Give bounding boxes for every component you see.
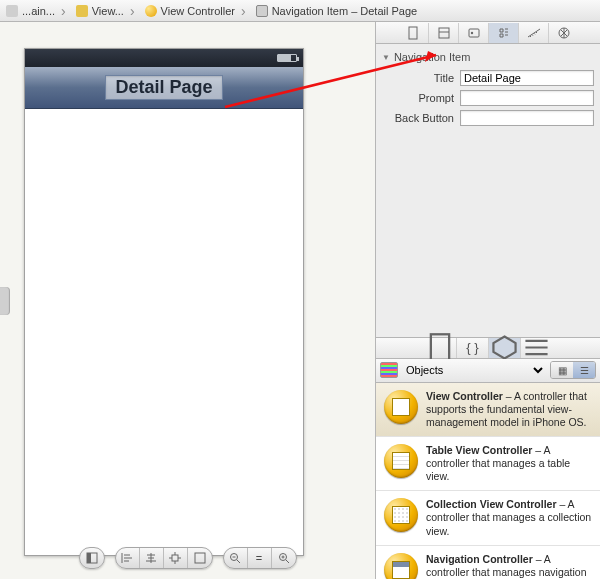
utilities-panel: Navigation Item Title Prompt Back Button… xyxy=(376,22,600,579)
zoom-in-button[interactable] xyxy=(272,548,296,568)
quick-help-tab[interactable] xyxy=(428,23,458,43)
resolve-issues-button[interactable] xyxy=(188,548,212,568)
svg-rect-1 xyxy=(87,553,91,563)
object-library-tab[interactable] xyxy=(488,338,520,358)
svg-rect-11 xyxy=(431,334,449,361)
breadcrumb-seg-vc[interactable]: View Controller xyxy=(139,0,250,21)
library-list-view-button[interactable]: ☰ xyxy=(573,362,595,378)
breadcrumb-label: View... xyxy=(92,5,124,17)
library-item-navigation-controller[interactable]: Navigation Controller – A controller tha… xyxy=(376,546,600,579)
zoom-out-button[interactable] xyxy=(224,548,248,568)
attributes-inspector-tab[interactable] xyxy=(488,23,518,43)
library-filter-select[interactable]: Objects xyxy=(402,363,546,377)
connections-inspector-tab[interactable] xyxy=(548,23,578,43)
status-bar xyxy=(25,49,303,67)
breadcrumb-seg-storyboard[interactable]: ...ain... xyxy=(0,0,70,21)
pin-button[interactable] xyxy=(164,548,188,568)
library-palette-icon xyxy=(380,362,398,378)
svg-rect-7 xyxy=(439,28,449,38)
canvas-toolbar: = xyxy=(79,547,297,569)
library-item-title: View Controller xyxy=(426,390,503,402)
library-item-title: Navigation Controller xyxy=(426,553,533,565)
battery-icon xyxy=(277,54,297,62)
breadcrumb-label: Navigation Item – Detail Page xyxy=(272,5,418,17)
library-filter-bar: Objects ▦ ☰ xyxy=(376,359,600,383)
svg-rect-8 xyxy=(469,29,479,37)
object-library-list[interactable]: View Controller – A controller that supp… xyxy=(376,383,600,580)
svg-rect-2 xyxy=(172,555,178,561)
navitem-icon xyxy=(256,5,268,17)
svg-rect-3 xyxy=(195,553,205,563)
file-inspector-tab[interactable] xyxy=(398,23,428,43)
breadcrumb-label: View Controller xyxy=(161,5,235,17)
view-controller-icon xyxy=(384,390,418,424)
code-snippet-library-tab[interactable]: { } xyxy=(456,338,488,358)
table-view-controller-icon xyxy=(384,444,418,478)
breadcrumb-label: ...ain... xyxy=(22,5,55,17)
storyboard-icon xyxy=(6,5,18,17)
breadcrumb-seg-scene[interactable]: View... xyxy=(70,0,139,21)
toggle-outline-button[interactable] xyxy=(80,548,104,568)
title-field[interactable] xyxy=(460,70,594,86)
scene-icon xyxy=(76,5,88,17)
size-inspector-tab[interactable] xyxy=(518,23,548,43)
align-center-button[interactable] xyxy=(140,548,164,568)
section-header-navigation-item[interactable]: Navigation Item xyxy=(376,48,600,66)
library-item-title: Table View Controller xyxy=(426,444,532,456)
library-grid-view-button[interactable]: ▦ xyxy=(551,362,573,378)
identity-inspector-tab[interactable] xyxy=(458,23,488,43)
title-label: Title xyxy=(382,72,454,84)
simulated-scene[interactable] xyxy=(24,48,304,556)
inspector-tab-bar xyxy=(376,22,600,44)
navigation-controller-icon xyxy=(384,553,418,579)
breadcrumb-seg-navitem[interactable]: Navigation Item – Detail Page xyxy=(250,0,428,21)
document-outline-toggle[interactable] xyxy=(0,287,10,315)
ib-canvas[interactable]: = xyxy=(0,22,376,579)
collection-view-controller-icon xyxy=(384,498,418,532)
viewcontroller-icon xyxy=(145,5,157,17)
library-item-table-view-controller[interactable]: Table View Controller – A controller tha… xyxy=(376,437,600,491)
library-item-title: Collection View Controller xyxy=(426,498,557,510)
svg-rect-6 xyxy=(409,27,417,39)
library-tab-bar: { } xyxy=(376,337,600,359)
library-item-collection-view-controller[interactable]: Collection View Controller – A controlle… xyxy=(376,491,600,545)
file-template-library-tab[interactable] xyxy=(424,338,456,358)
media-library-tab[interactable] xyxy=(520,338,552,358)
align-left-button[interactable] xyxy=(116,548,140,568)
back-button-field[interactable] xyxy=(460,110,594,126)
prompt-label: Prompt xyxy=(382,92,454,104)
navigation-title-field[interactable] xyxy=(105,75,223,100)
navigation-bar[interactable] xyxy=(25,67,303,109)
attributes-inspector: Navigation Item Title Prompt Back Button xyxy=(376,44,600,140)
svg-point-9 xyxy=(470,31,472,33)
prompt-field[interactable] xyxy=(460,90,594,106)
breadcrumb[interactable]: ...ain... View... View Controller Naviga… xyxy=(0,0,600,22)
zoom-actual-button[interactable]: = xyxy=(248,548,272,568)
library-item-view-controller[interactable]: View Controller – A controller that supp… xyxy=(376,383,600,437)
back-button-label: Back Button xyxy=(382,112,454,124)
section-title: Navigation Item xyxy=(394,51,470,63)
